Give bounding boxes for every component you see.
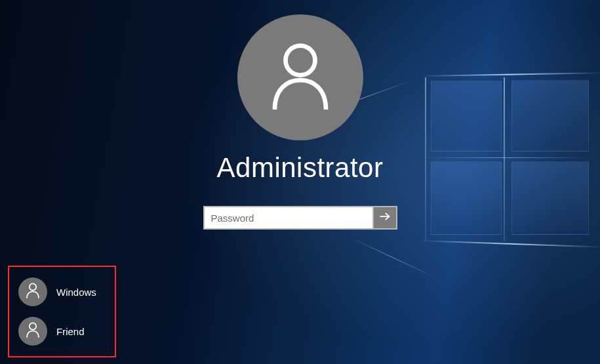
password-input[interactable] xyxy=(203,206,374,230)
user-switch-item[interactable]: Windows xyxy=(18,275,102,309)
person-icon xyxy=(269,39,332,115)
person-icon xyxy=(26,282,40,302)
current-user-avatar xyxy=(237,14,363,140)
user-avatar xyxy=(18,277,47,306)
password-row xyxy=(203,206,397,230)
other-users-list: Windows Friend xyxy=(8,266,116,357)
login-panel: Administrator xyxy=(0,14,600,230)
user-switch-label: Friend xyxy=(56,326,85,337)
arrow-right-icon xyxy=(378,210,391,226)
svg-point-0 xyxy=(285,46,315,75)
submit-button[interactable] xyxy=(374,206,397,230)
person-icon xyxy=(26,321,40,341)
svg-point-3 xyxy=(30,323,36,329)
svg-point-2 xyxy=(30,283,36,290)
current-user-name: Administrator xyxy=(217,152,384,184)
user-switch-item[interactable]: Friend xyxy=(18,314,102,348)
user-switch-label: Windows xyxy=(56,287,96,298)
user-avatar xyxy=(18,317,47,346)
